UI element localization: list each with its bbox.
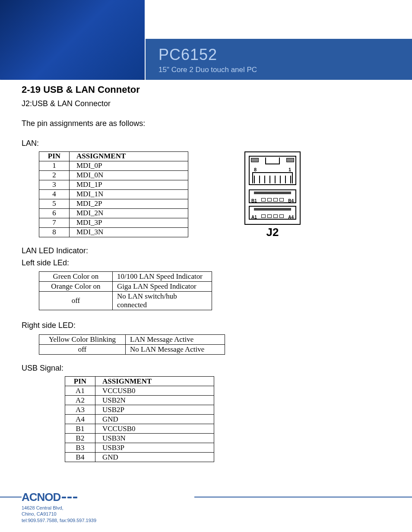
page-header: PC6152 15" Core 2 Duo touch anel PC xyxy=(0,0,412,80)
cell: Green Color on xyxy=(39,272,113,282)
rj45-pin-1-label: 1 xyxy=(288,167,291,172)
table-row: offNo LAN Message Active xyxy=(39,345,225,355)
cell: USB3N xyxy=(95,434,214,443)
cell: MDI_3P xyxy=(70,218,188,227)
table-header-row: PIN ASSIGNMENT xyxy=(65,377,214,386)
j2-connector-diagram: 8 1 B1 B4 A1 A4 J2 xyxy=(244,150,301,239)
footer-address-2: Chino, CA91710 xyxy=(22,511,96,517)
table-row: 1MDI_0P xyxy=(39,161,188,170)
cell: USB2N xyxy=(95,396,214,405)
cell: off xyxy=(39,292,113,310)
lan-th-pin: PIN xyxy=(39,151,70,161)
cell: VCCUSB0 xyxy=(95,386,214,396)
table-row: Yellow Color BlinkingLAN Message Active xyxy=(39,335,225,345)
cell: MDI_1P xyxy=(70,180,188,189)
lan-label: LAN: xyxy=(22,138,390,150)
table-row: 5MDI_2P xyxy=(39,199,188,208)
usb-th-assign: ASSIGNMENT xyxy=(95,377,214,386)
cell: No LAN Message Active xyxy=(126,345,225,355)
cell: 4 xyxy=(39,189,70,199)
cell: 6 xyxy=(39,208,70,218)
usb-th-pin: PIN xyxy=(65,377,95,386)
cell: MDI_1N xyxy=(70,189,188,199)
cell: A3 xyxy=(65,405,95,415)
cell: GND xyxy=(95,415,214,424)
cell: A2 xyxy=(65,396,95,405)
footer: ACNOD 14628 Central Blvd, Chino, CA91710… xyxy=(22,490,96,523)
cell: 2 xyxy=(39,170,70,180)
table-row: B3USB3P xyxy=(65,443,214,453)
table-row: 6MDI_2N xyxy=(39,208,188,218)
cell: B1 xyxy=(65,424,95,434)
cell: GND xyxy=(95,453,214,462)
cell: 5 xyxy=(39,199,70,208)
usb-pin-table: PIN ASSIGNMENT A1VCCUSB0 A2USB2N A3USB2P… xyxy=(65,376,214,462)
right-led-table: Yellow Color BlinkingLAN Message Active … xyxy=(39,334,225,355)
table-row: Orange Color onGiga LAN Speed Indicator xyxy=(39,282,212,292)
footer-contact: tel:909.597.7588, fax:909.597.1939 xyxy=(22,517,96,523)
footer-address-1: 14628 Central Blvd, xyxy=(22,505,96,511)
cell: MDI_0N xyxy=(70,170,188,180)
table-row: B4GND xyxy=(65,453,214,462)
brand-text: ACNOD xyxy=(22,490,60,505)
a4-label: A4 xyxy=(288,215,294,220)
table-row: 2MDI_0N xyxy=(39,170,188,180)
cell: B3 xyxy=(65,443,95,453)
table-row: A3USB2P xyxy=(65,405,214,415)
table-row: B1VCCUSB0 xyxy=(65,424,214,434)
table-header-row: PIN ASSIGNMENT xyxy=(39,151,188,161)
cell: 7 xyxy=(39,218,70,227)
table-row: 7MDI_3P xyxy=(39,218,188,227)
cell: Yellow Color Blinking xyxy=(39,335,126,345)
cell: 10/100 LAN Speed Indicator xyxy=(113,272,212,282)
led-indicator-label: LAN LED Indicator: xyxy=(22,245,390,257)
table-row: A4GND xyxy=(65,415,214,424)
cell: USB3P xyxy=(95,443,214,453)
cell: MDI_2P xyxy=(70,199,188,208)
brand-logo: ACNOD xyxy=(22,490,96,505)
intro-text: The pin assignments are as follows: xyxy=(22,118,390,130)
left-led-label: Left side LEd: xyxy=(22,257,390,269)
header-circuit-image xyxy=(0,0,145,80)
table-row: B2USB3N xyxy=(65,434,214,443)
product-subtitle: 15" Core 2 Duo touch anel PC xyxy=(158,66,412,74)
section-heading: 2-19 USB & LAN Connetor xyxy=(22,84,390,95)
j2-label: J2 xyxy=(244,226,301,239)
connector-subtitle: J2:USB & LAN Connector xyxy=(22,98,390,110)
cell: MDI_2N xyxy=(70,208,188,218)
a1-label: A1 xyxy=(251,215,257,220)
usb-signal-label: USB Signal: xyxy=(22,362,390,375)
lan-th-assign: ASSIGNMENT xyxy=(70,151,188,161)
table-row: offNo LAN switch/hub connected xyxy=(39,292,212,310)
cell: off xyxy=(39,345,126,355)
table-row: 4MDI_1N xyxy=(39,189,188,199)
table-row: 3MDI_1P xyxy=(39,180,188,189)
cell: 1 xyxy=(39,161,70,170)
cell: 3 xyxy=(39,180,70,189)
cell: Orange Color on xyxy=(39,282,113,292)
b4-label: B4 xyxy=(288,198,294,203)
content: 2-19 USB & LAN Connetor J2:USB & LAN Con… xyxy=(0,80,412,462)
cell: A4 xyxy=(65,415,95,424)
lan-pin-table: PIN ASSIGNMENT 1MDI_0P 2MDI_0N 3MDI_1P 4… xyxy=(39,151,188,237)
table-row: Green Color on10/100 LAN Speed Indicator xyxy=(39,272,212,282)
rj45-pin-8-label: 8 xyxy=(254,167,257,172)
header-blue-band: PC6152 15" Core 2 Duo touch anel PC xyxy=(145,39,412,80)
cell: No LAN switch/hub connected xyxy=(113,292,212,310)
cell: VCCUSB0 xyxy=(95,424,214,434)
header-white-band xyxy=(145,0,412,39)
cell: MDI_3N xyxy=(70,227,188,237)
right-led-label: Right side LED: xyxy=(22,320,390,332)
cell: MDI_0P xyxy=(70,161,188,170)
rj45-jack-icon: 8 1 xyxy=(249,156,296,185)
cell: B2 xyxy=(65,434,95,443)
logo-tail-icon xyxy=(62,497,77,498)
table-row: A1VCCUSB0 xyxy=(65,386,214,396)
product-title: PC6152 xyxy=(158,46,412,64)
usb-a-row-icon: A1 A4 xyxy=(249,206,296,220)
b1-label: B1 xyxy=(251,198,257,203)
table-row: A2USB2N xyxy=(65,396,214,405)
header-right: PC6152 15" Core 2 Duo touch anel PC xyxy=(145,0,412,80)
usb-b-row-icon: B1 B4 xyxy=(249,189,296,203)
table-row: 8MDI_3N xyxy=(39,227,188,237)
